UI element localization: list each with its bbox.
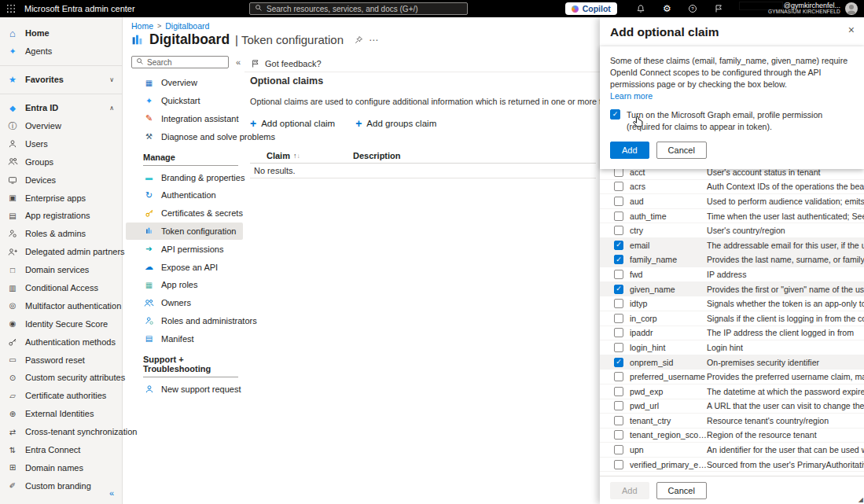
sidebar-item-groups[interactable]: Groups	[0, 153, 122, 171]
claim-row-preferred-username[interactable]: preferred_usernameProvides the preferred…	[600, 370, 864, 384]
sidebar-item-entra-id[interactable]: ◆Entra ID∧	[0, 99, 122, 117]
sidebar-item-entra-connect[interactable]: ⇅Entra Connect	[0, 441, 122, 459]
sidebar-item-multifactor-authentication[interactable]: ◎Multifactor authentication	[0, 296, 122, 315]
resource-menu-collapse-button[interactable]: «	[236, 57, 241, 67]
claim-checkbox-upn[interactable]	[614, 445, 623, 454]
resource-search-input[interactable]: Search	[131, 56, 229, 68]
sidebar-item-authentication-methods[interactable]: Authentication methods	[0, 333, 122, 351]
menu-item-token-configuration[interactable]: Token configuration	[126, 223, 243, 241]
avatar[interactable]	[845, 2, 858, 15]
menu-item-overview[interactable]: ▦Overview	[126, 74, 243, 92]
claim-checkbox-onprem-sid[interactable]	[614, 358, 623, 367]
menu-item-app-roles[interactable]: ▦App roles	[126, 276, 243, 294]
menu-item-integration-assistant[interactable]: ✎Integration assistant	[126, 110, 243, 128]
claim-row-acrs[interactable]: acrsAuth Context IDs of the operations t…	[600, 180, 864, 195]
copilot-button[interactable]: Copilot	[565, 2, 617, 15]
graph-permission-checkbox-row[interactable]: Turn on the Microsoft Graph email, profi…	[610, 109, 854, 132]
claim-checkbox-verified-primary-email[interactable]	[614, 460, 623, 469]
claim-row-verified-primary-email[interactable]: verified_primary_emailSourced from the u…	[600, 458, 864, 473]
sidebar-item-custom-branding[interactable]: ✐Custom branding	[0, 476, 122, 495]
sidebar-item-identity-secure-score[interactable]: ◉Identity Secure Score	[0, 315, 122, 333]
claim-row-login-hint[interactable]: login_hintLogin hint	[600, 340, 864, 355]
claim-checkbox-pwd-exp[interactable]	[614, 387, 623, 396]
claim-row-upn[interactable]: upnAn identifier for the user that can b…	[600, 443, 864, 458]
claim-row-pwd-url[interactable]: pwd_urlA URL that the user can visit to …	[600, 399, 864, 414]
claim-checkbox-auth-time[interactable]	[614, 212, 623, 221]
claim-checkbox-fwd[interactable]	[614, 270, 623, 279]
global-search-input[interactable]: Search resources, services, and docs (G+…	[249, 2, 468, 15]
claim-checkbox-tenant-ctry[interactable]	[614, 416, 623, 425]
got-feedback-button[interactable]: Got feedback?	[265, 59, 322, 68]
menu-item-certificates-secrets[interactable]: Certificates & secrets	[126, 204, 243, 223]
more-menu-button[interactable]: ⋯	[369, 35, 379, 46]
dialog-add-button[interactable]: Add	[610, 142, 649, 159]
claim-row-email[interactable]: emailThe addressable email for this user…	[600, 238, 864, 253]
claim-row-idtyp[interactable]: idtypSignals whether the token is an app…	[600, 296, 864, 311]
sidebar-item-agents[interactable]: ✦Agents	[0, 42, 122, 61]
waffle-icon[interactable]	[0, 5, 22, 13]
menu-item-diagnose-and-solve-problems[interactable]: ⚒Diagnose and solve problems	[126, 127, 243, 145]
gear-icon[interactable]: ⚙	[654, 0, 680, 17]
sidebar-item-delegated-admin-partners[interactable]: Delegated admin partners	[0, 243, 122, 261]
claim-checkbox-login-hint[interactable]	[614, 343, 623, 352]
claim-checkbox-idtyp[interactable]	[614, 299, 623, 308]
sidebar-item-certificate-authorities[interactable]: ▱Certificate authorities	[0, 387, 122, 405]
claim-checkbox-pwd-url[interactable]	[614, 401, 623, 410]
panel-resize-handle[interactable]: ◢	[858, 496, 863, 503]
help-icon[interactable]: ?	[680, 0, 706, 17]
add-groups-claim-button[interactable]: + Add groups claim	[355, 118, 436, 129]
claim-row-in-corp[interactable]: in_corpSignals if the client is logging …	[600, 311, 864, 326]
sidebar-item-cross-tenant-synchronization[interactable]: ⇄Cross-tenant synchronization	[0, 423, 122, 441]
claim-row-given-name[interactable]: given_nameProvides the first or "given" …	[600, 282, 864, 297]
menu-item-roles-and-administrators[interactable]: Roles and administrators	[126, 312, 243, 330]
claim-checkbox-aud[interactable]	[614, 197, 623, 206]
breadcrumb-current-link[interactable]: Digitalboard	[165, 21, 209, 31]
claim-checkbox-acrs[interactable]	[614, 182, 623, 191]
claim-checkbox-ctry[interactable]	[614, 226, 623, 235]
sidebar-item-custom-security-attributes[interactable]: ⊙Custom security attributes	[0, 369, 122, 387]
menu-item-expose-an-api[interactable]: ☁Expose an API	[126, 258, 243, 276]
sidebar-item-app-registrations[interactable]: ▤App registrations	[0, 207, 122, 225]
breadcrumb-home-link[interactable]: Home	[131, 21, 153, 31]
menu-item-authentication[interactable]: ↻Authentication	[126, 186, 243, 204]
dialog-cancel-button[interactable]: Cancel	[656, 142, 707, 159]
panel-cancel-button[interactable]: Cancel	[656, 482, 707, 499]
account-info[interactable]: @gymkirchenfel... GYMNASIUM KIRCHENFELD	[740, 2, 840, 15]
sidebar-item-home[interactable]: ⌂Home	[0, 24, 122, 42]
menu-item-branding-properties[interactable]: ▬Branding & properties	[126, 168, 243, 186]
menu-item-quickstart[interactable]: ✦Quickstart	[126, 92, 243, 110]
sidebar-collapse-button[interactable]: «	[109, 488, 114, 498]
close-icon[interactable]: ×	[848, 24, 855, 36]
claim-checkbox-email[interactable]	[614, 241, 623, 250]
sidebar-item-domain-services[interactable]: □Domain services	[0, 261, 122, 279]
claim-checkbox-family-name[interactable]	[614, 255, 623, 264]
claim-row-ctry[interactable]: ctryUser's country/region	[600, 223, 864, 238]
graph-permission-checkbox[interactable]	[610, 109, 620, 120]
claim-checkbox-ipaddr[interactable]	[614, 328, 623, 337]
sidebar-item-enterprise-apps[interactable]: ▣Enterprise apps	[0, 189, 122, 207]
sidebar-item-roles-admins[interactable]: Roles & admins	[0, 225, 122, 243]
claim-checkbox-in-corp[interactable]	[614, 314, 623, 323]
menu-item-api-permissions[interactable]: ➔API permissions	[126, 240, 243, 258]
claim-row-onprem-sid[interactable]: onprem_sidOn-premises security identifie…	[600, 355, 864, 370]
sidebar-item-domain-names[interactable]: ⊞Domain names	[0, 458, 122, 476]
feedback-flag-icon[interactable]	[706, 0, 732, 17]
menu-item-owners[interactable]: Owners	[126, 294, 243, 312]
claim-row-fwd[interactable]: fwdIP address	[600, 267, 864, 282]
claim-checkbox-preferred-username[interactable]	[614, 372, 623, 381]
menu-item-new-support-request[interactable]: New support request	[126, 380, 243, 398]
claim-column-header[interactable]: Claim ↑↓	[250, 151, 353, 160]
menu-item-manifest[interactable]: ▤Manifest	[126, 329, 243, 348]
claim-row-ipaddr[interactable]: ipaddrThe IP address the client logged i…	[600, 326, 864, 341]
claim-row-aud[interactable]: audUsed to perform audience validation; …	[600, 194, 864, 209]
claim-checkbox-tenant-region-scope[interactable]	[614, 430, 623, 440]
claim-row-auth-time[interactable]: auth_timeTime when the user last authent…	[600, 209, 864, 224]
sidebar-item-users[interactable]: Users	[0, 134, 122, 153]
sidebar-item-overview[interactable]: ⓘOverview	[0, 117, 122, 135]
add-optional-claim-button[interactable]: + Add optional claim	[250, 118, 335, 129]
notifications-bell-icon[interactable]	[628, 0, 654, 17]
sidebar-item-conditional-access[interactable]: ▥Conditional Access	[0, 279, 122, 297]
claim-checkbox-given-name[interactable]	[614, 285, 623, 294]
claim-row-pwd-exp[interactable]: pwd_expThe datetime at which the passwor…	[600, 384, 864, 399]
pin-icon[interactable]	[354, 35, 363, 45]
